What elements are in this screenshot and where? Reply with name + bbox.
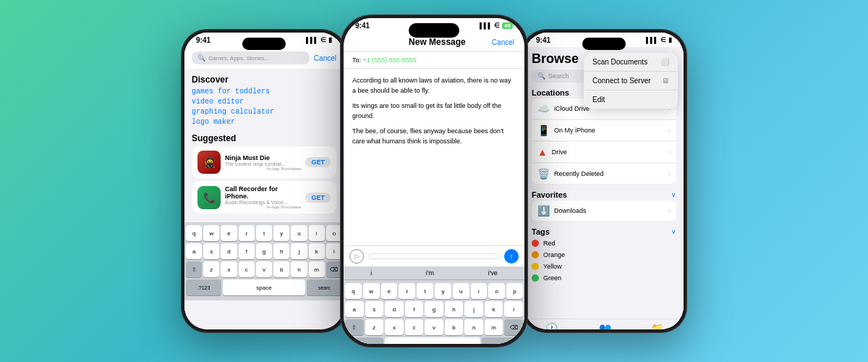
- key-c-q[interactable]: q: [345, 283, 362, 299]
- key-w[interactable]: w: [203, 225, 219, 241]
- file-item-downloads[interactable]: ⬇️ Downloads ›: [532, 201, 676, 222]
- key-space[interactable]: space: [223, 279, 305, 295]
- key-c-c[interactable]: c: [405, 319, 424, 335]
- discover-item-4[interactable]: logo maker: [192, 118, 336, 126]
- key-shift[interactable]: ⇧: [186, 261, 202, 277]
- key-c-a[interactable]: a: [345, 301, 364, 317]
- key-c-y[interactable]: y: [435, 283, 451, 299]
- key-v[interactable]: v: [256, 261, 272, 277]
- get-btn-1[interactable]: GET: [305, 157, 331, 167]
- key-c-l[interactable]: l: [504, 301, 523, 317]
- app-suggestion-1[interactable]: 🥷 Ninja Must Die The coolest ninja comba…: [192, 146, 336, 178]
- tag-dot-orange: [532, 251, 539, 258]
- key-c-shift[interactable]: ⇧: [345, 319, 364, 335]
- tab-browse[interactable]: 📁 Browse: [649, 322, 665, 329]
- key-c[interactable]: c: [239, 261, 255, 277]
- key-j[interactable]: j: [291, 243, 307, 259]
- favorites-collapse[interactable]: ∨: [671, 191, 676, 198]
- file-item-deleted[interactable]: 🗑️ Recently Deleted ›: [532, 164, 676, 185]
- key-h[interactable]: h: [273, 243, 289, 259]
- key-c-e[interactable]: e: [381, 283, 398, 299]
- key-search[interactable]: searc: [307, 279, 342, 295]
- key-c-numbers[interactable]: .?123: [345, 337, 383, 344]
- key-c-k[interactable]: k: [485, 301, 503, 317]
- key-c-u[interactable]: u: [453, 283, 469, 299]
- key-c-x[interactable]: x: [385, 319, 404, 335]
- key-b[interactable]: b: [273, 261, 289, 277]
- key-r[interactable]: r: [239, 225, 255, 241]
- tag-yellow[interactable]: Yellow: [524, 261, 684, 272]
- tag-orange[interactable]: Orange: [524, 249, 684, 261]
- key-f[interactable]: f: [239, 243, 255, 259]
- context-server[interactable]: Connect to Server 🖥: [584, 72, 678, 90]
- key-u[interactable]: u: [291, 225, 307, 241]
- key-a[interactable]: a: [186, 243, 202, 259]
- kb-row-3: ⇧ z x c v b n m ⌫: [186, 261, 342, 277]
- key-m[interactable]: m: [309, 261, 325, 277]
- tag-green[interactable]: Green: [524, 272, 684, 284]
- key-c-t[interactable]: t: [417, 283, 433, 299]
- autocomplete-3[interactable]: i've: [488, 269, 498, 277]
- key-c-n[interactable]: n: [464, 319, 483, 335]
- context-edit[interactable]: Edit: [584, 90, 678, 109]
- battery-icon-left: ▮: [328, 36, 332, 43]
- key-c-i[interactable]: i: [471, 283, 488, 299]
- key-x[interactable]: x: [221, 261, 237, 277]
- key-c-j[interactable]: j: [464, 301, 483, 317]
- key-numbers[interactable]: .?123: [186, 279, 221, 295]
- key-i[interactable]: i: [309, 225, 325, 241]
- get-btn-2[interactable]: GET: [305, 193, 331, 203]
- autocomplete-1[interactable]: i: [370, 269, 372, 277]
- context-scan[interactable]: Scan Documents ⬜: [584, 53, 678, 72]
- discover-item-3[interactable]: graphing calculator: [192, 108, 336, 116]
- search-placeholder-right: Search: [548, 72, 569, 80]
- key-c-backspace[interactable]: ⌫: [504, 319, 523, 335]
- key-q[interactable]: q: [186, 225, 202, 241]
- key-c-o[interactable]: o: [488, 283, 505, 299]
- key-c-s[interactable]: s: [365, 301, 384, 317]
- key-c-f[interactable]: f: [405, 301, 424, 317]
- app-search-field[interactable]: 🔍 Games, Apps, Stories,...: [192, 51, 310, 64]
- key-g[interactable]: g: [256, 243, 272, 259]
- messages-text-input[interactable]: [368, 253, 500, 259]
- key-y[interactable]: y: [273, 225, 289, 241]
- key-c-w[interactable]: w: [363, 283, 380, 299]
- discover-item-1[interactable]: games for toddlers: [192, 88, 336, 96]
- key-c-g[interactable]: g: [425, 301, 443, 317]
- file-item-drive[interactable]: ▲ Drive ›: [532, 142, 676, 163]
- messages-apps-btn[interactable]: ▷: [349, 249, 364, 264]
- key-n[interactable]: n: [291, 261, 307, 277]
- search-cancel-btn[interactable]: Cancel: [314, 54, 336, 62]
- file-item-iphone[interactable]: 📱 On My iPhone ›: [532, 120, 676, 141]
- key-c-b[interactable]: b: [445, 319, 464, 335]
- key-c-z[interactable]: z: [365, 319, 384, 335]
- key-c-d[interactable]: d: [385, 301, 404, 317]
- app-suggestion-2[interactable]: 📞 Call Recorder for iPhone. Audio Record…: [192, 181, 336, 214]
- key-c-v[interactable]: v: [425, 319, 443, 335]
- key-z[interactable]: z: [203, 261, 219, 277]
- messages-to-field[interactable]: To: +1 (555) 555-5555: [344, 52, 524, 69]
- key-c-return[interactable]: return: [482, 337, 523, 344]
- key-k[interactable]: k: [309, 243, 325, 259]
- key-c-h[interactable]: h: [445, 301, 464, 317]
- key-s[interactable]: s: [203, 243, 219, 259]
- dynamic-island-center: [409, 23, 459, 38]
- key-c-r[interactable]: r: [399, 283, 415, 299]
- keyboard-center: q w e r t y u i o p a s d: [344, 280, 524, 344]
- messages-send-btn[interactable]: ↑: [504, 249, 519, 264]
- shared-icon: 👥: [599, 322, 611, 329]
- key-c-p[interactable]: p: [506, 283, 523, 299]
- autocomplete-2[interactable]: i'm: [426, 269, 434, 277]
- messages-cancel-btn[interactable]: Cancel: [492, 38, 514, 46]
- tags-collapse[interactable]: ∨: [671, 228, 676, 235]
- key-d[interactable]: d: [221, 243, 237, 259]
- discover-item-2[interactable]: video editor: [192, 98, 336, 106]
- kb-row-1: q w e r t y u i o: [186, 225, 342, 241]
- key-e[interactable]: e: [221, 225, 237, 241]
- key-t[interactable]: t: [256, 225, 272, 241]
- key-c-m[interactable]: m: [485, 319, 503, 335]
- tab-recents[interactable]: 🕐 Recents: [542, 322, 561, 329]
- tab-shared[interactable]: 👥 Shared: [597, 322, 613, 329]
- key-c-space[interactable]: space: [385, 337, 480, 344]
- tag-red[interactable]: Red: [524, 237, 684, 249]
